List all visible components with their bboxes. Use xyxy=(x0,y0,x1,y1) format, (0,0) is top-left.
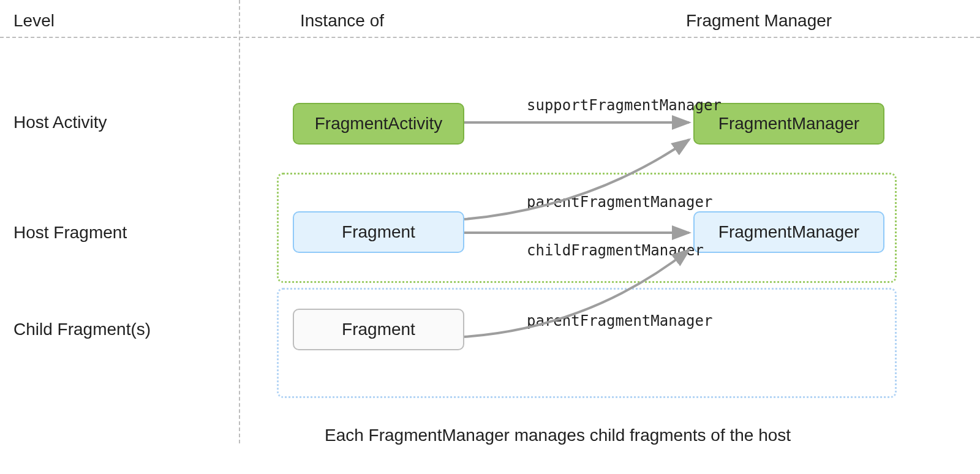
node-fragment-blue: Fragment xyxy=(293,211,464,253)
label-host-activity: Host Activity xyxy=(13,113,234,132)
node-fragment-manager-blue: FragmentManager xyxy=(693,211,884,253)
node-fragment-activity: FragmentActivity xyxy=(293,103,464,145)
edge-parent-fm-2: parentFragmentManager xyxy=(527,312,712,329)
label-host-fragment: Host Fragment xyxy=(13,223,234,243)
header-level: Level xyxy=(13,11,55,31)
node-fragment-gray: Fragment xyxy=(293,309,464,350)
vertical-divider xyxy=(239,0,240,443)
node-fragment-manager-green: FragmentManager xyxy=(693,103,884,145)
label-child-fragments: Child Fragment(s) xyxy=(13,320,234,339)
edge-parent-fm-1: parentFragmentManager xyxy=(527,194,712,211)
edge-support-fm: supportFragmentManager xyxy=(527,97,722,114)
footer-caption: Each FragmentManager manages child fragm… xyxy=(325,426,791,445)
header-instance: Instance of xyxy=(300,11,384,31)
edge-child-fm: childFragmentManager xyxy=(527,242,704,259)
header-row: Level Instance of Fragment Manager xyxy=(0,0,980,38)
header-manager: Fragment Manager xyxy=(686,11,832,31)
fragment-manager-diagram: Level Instance of Fragment Manager Host … xyxy=(0,0,980,474)
